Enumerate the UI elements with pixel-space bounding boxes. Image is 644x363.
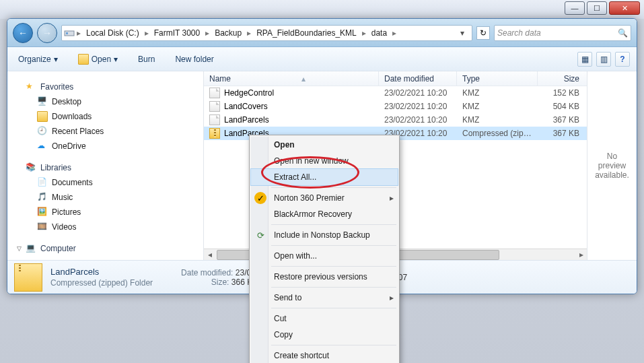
column-headers: Name▴ Date modified Type Size xyxy=(204,71,587,86)
sidebar-item-label: OneDrive xyxy=(52,141,86,151)
sidebar-item-videos[interactable]: 🎞️Videos xyxy=(14,220,203,234)
ctx-open-with[interactable]: Open with... xyxy=(251,248,398,264)
ctx-extract-all[interactable]: Extract All... xyxy=(251,169,398,185)
sidebar-item-pictures[interactable]: 🖼️Pictures xyxy=(14,205,203,220)
separator xyxy=(271,345,396,345)
details-filename: LandParcels xyxy=(50,267,153,277)
file-size: 367 KB xyxy=(538,115,585,125)
ctx-cut[interactable]: Cut xyxy=(251,310,398,327)
libraries-group[interactable]: ▷ 📚 Libraries xyxy=(14,160,203,175)
search-input[interactable]: Search data 🔍 xyxy=(494,25,631,41)
ctx-label: Send to xyxy=(274,293,301,302)
breadcrumb[interactable]: ▸ Local Disk (C:) ▸ FarmIT 3000 ▸ Backup… xyxy=(61,25,472,41)
file-type: KMZ xyxy=(457,115,538,125)
ctx-restore-versions[interactable]: Restore previous versions xyxy=(251,269,398,285)
sidebar-item-music[interactable]: 🎵Music xyxy=(14,190,203,205)
ctx-blackarmor[interactable]: BlackArmor Recovery xyxy=(251,206,398,222)
chevron-right-icon[interactable]: ▸ xyxy=(391,28,398,38)
breadcrumb-item[interactable]: Backup xyxy=(211,26,246,40)
breadcrumb-item[interactable]: FarmIT 3000 xyxy=(150,26,204,40)
ctx-create-shortcut[interactable]: Create shortcut xyxy=(251,348,398,363)
computer-icon: 💻 xyxy=(26,243,36,254)
search-placeholder: Search data xyxy=(497,28,541,38)
scroll-right-icon[interactable]: ▸ xyxy=(575,250,587,260)
refresh-button[interactable]: ↻ xyxy=(476,26,490,40)
file-icon xyxy=(209,101,220,112)
file-name: LandCovers xyxy=(224,102,268,111)
chevron-right-icon[interactable]: ▸ xyxy=(75,28,82,38)
separator xyxy=(271,266,396,267)
zip-icon xyxy=(14,263,42,292)
column-header-date[interactable]: Date modified xyxy=(379,71,457,86)
sidebar-item-recent[interactable]: 🕘Recent Places xyxy=(14,124,203,139)
column-header-size[interactable]: Size xyxy=(538,71,585,86)
chevron-right-icon[interactable]: ▸ xyxy=(143,28,150,38)
sidebar-item-label: Desktop xyxy=(52,97,81,106)
chevron-right-icon[interactable]: ▸ xyxy=(361,28,367,38)
new-folder-button[interactable]: New folder xyxy=(171,52,217,67)
sort-asc-icon: ▴ xyxy=(301,74,306,84)
star-icon: ★ xyxy=(26,81,36,92)
file-type: KMZ xyxy=(457,102,538,111)
file-type: KMZ xyxy=(457,88,538,98)
computer-group[interactable]: ▽ 💻 Computer xyxy=(14,241,203,256)
sidebar-item-onedrive[interactable]: ☁OneDrive xyxy=(14,139,203,154)
preview-pane: No preview available. xyxy=(587,71,637,260)
table-row[interactable]: LandCovers23/02/2021 10:20KMZ504 KB xyxy=(204,100,587,113)
help-button[interactable]: ? xyxy=(615,52,630,67)
sidebar-item-documents[interactable]: 📄Documents xyxy=(14,175,203,190)
ctx-label: Include in Nonstop Backup xyxy=(274,230,370,240)
folder-icon xyxy=(37,111,48,122)
separator xyxy=(271,187,396,188)
ctx-norton[interactable]: ✓ Norton 360 Premier ▸ xyxy=(251,190,398,206)
file-date: 23/02/2021 10:20 xyxy=(379,115,457,125)
file-size: 504 KB xyxy=(538,102,585,111)
breadcrumb-item[interactable]: RPA_FieldBoundaries_KML xyxy=(252,26,361,40)
ctx-copy[interactable]: Copy xyxy=(251,327,398,343)
desktop-icon: 🖥️ xyxy=(37,96,48,107)
file-name: LandParcels xyxy=(224,115,269,125)
column-header-name[interactable]: Name▴ xyxy=(204,71,379,86)
file-icon xyxy=(209,114,220,125)
drive-icon xyxy=(63,27,75,39)
background-window-titlebar: — ☐ ✕ xyxy=(0,0,644,19)
forward-button[interactable]: → xyxy=(37,23,57,43)
ctx-send-to[interactable]: Send to ▸ xyxy=(251,290,398,306)
sidebar-item-downloads[interactable]: Downloads xyxy=(14,109,203,124)
preview-pane-button[interactable]: ▥ xyxy=(596,52,611,67)
computer-label: Computer xyxy=(40,244,76,253)
recent-icon: 🕘 xyxy=(37,126,48,137)
bg-minimize-button[interactable]: — xyxy=(565,1,585,15)
navigation-pane[interactable]: ▷ ★ Favorites 🖥️Desktop Downloads 🕘Recen… xyxy=(7,71,204,260)
column-header-type[interactable]: Type xyxy=(457,71,538,86)
sidebar-item-label: Music xyxy=(52,193,73,202)
view-options-button[interactable]: ▦ xyxy=(577,52,592,67)
ctx-nonstop-backup[interactable]: ⟳ Include in Nonstop Backup xyxy=(251,227,398,243)
details-filetype: Compressed (zipped) Folder xyxy=(50,278,153,288)
back-button[interactable]: ← xyxy=(13,23,33,43)
details-size-label: Size: xyxy=(211,277,229,287)
organize-button[interactable]: Organize ▾ xyxy=(14,52,62,67)
bg-maximize-button[interactable]: ☐ xyxy=(587,1,607,15)
ctx-label: Norton 360 Premier xyxy=(274,193,345,203)
table-row[interactable]: LandParcels23/02/2021 10:20KMZ367 KB xyxy=(204,113,587,127)
sidebar-item-desktop[interactable]: 🖥️Desktop xyxy=(14,94,203,109)
chevron-right-icon[interactable]: ▸ xyxy=(246,28,252,38)
table-row[interactable]: HedgeControl23/02/2021 10:20KMZ152 KB xyxy=(204,86,587,100)
separator xyxy=(271,245,396,246)
pictures-icon: 🖼️ xyxy=(37,207,48,218)
column-label: Name xyxy=(209,74,231,84)
bg-close-button[interactable]: ✕ xyxy=(609,1,640,15)
videos-icon: 🎞️ xyxy=(37,222,48,232)
breadcrumb-item[interactable]: Local Disk (C:) xyxy=(82,26,143,40)
scroll-left-icon[interactable]: ◂ xyxy=(204,250,215,260)
ctx-open-new-window[interactable]: Open in new window xyxy=(251,153,398,169)
burn-button[interactable]: Burn xyxy=(134,52,159,67)
open-button[interactable]: Open ▾ xyxy=(74,51,122,67)
separator xyxy=(271,224,396,225)
chevron-right-icon[interactable]: ▸ xyxy=(204,28,211,38)
favorites-group[interactable]: ▷ ★ Favorites xyxy=(14,79,203,94)
breadcrumb-item[interactable]: data xyxy=(367,26,391,40)
ctx-open[interactable]: Open xyxy=(251,137,398,153)
breadcrumb-dropdown-icon[interactable]: ▾ xyxy=(457,28,468,38)
